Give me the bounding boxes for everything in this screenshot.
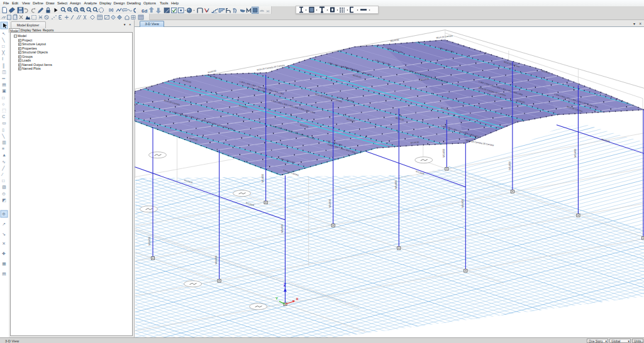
svg-text:W14X30: W14X30 (207, 69, 216, 74)
svg-text:W14X30: W14X30 (394, 180, 397, 188)
svg-text:W14X30: W14X30 (574, 148, 576, 157)
svg-text:6d: 6d (142, 8, 147, 13)
svg-text:✕: ✕ (2, 241, 6, 246)
svg-text:I: I (2, 57, 3, 61)
svg-text:○: ○ (2, 102, 4, 106)
svg-text:W14X30: W14X30 (329, 199, 331, 207)
svg-text:⊕: ⊕ (2, 212, 6, 216)
svg-text:W14X30: W14X30 (281, 224, 284, 233)
svg-text:1.0E8 1.0E8 1.0E8: 1.0E8 1.0E8 1.0E8 (182, 35, 198, 41)
svg-text:◩: ◩ (2, 198, 6, 202)
svg-text:W14X30: W14X30 (442, 148, 445, 157)
svg-text:▦: ▦ (2, 261, 6, 266)
svg-text:◫: ◫ (2, 70, 6, 74)
svg-text:╳: ╳ (1, 50, 5, 55)
svg-text:↗: ↗ (2, 222, 6, 226)
svg-text:↘: ↘ (2, 232, 6, 236)
svg-text:▧: ▧ (2, 185, 6, 189)
svg-text:≡: ≡ (2, 146, 4, 151)
svg-text:Z: Z (283, 283, 286, 287)
svg-text:Y: Y (275, 297, 277, 300)
svg-text:▣: ▣ (2, 89, 6, 93)
svg-text:W14X30: W14X30 (148, 237, 151, 246)
svg-text:▤: ▤ (2, 271, 6, 276)
svg-text:║: ║ (2, 63, 5, 69)
svg-text:W14X30: W14X30 (215, 256, 218, 264)
svg-text:W14X30: W14X30 (508, 161, 511, 170)
svg-text:▥: ▥ (2, 140, 6, 144)
svg-text:□: □ (2, 178, 4, 183)
svg-text:□: □ (2, 95, 4, 100)
svg-text:↖: ↖ (2, 31, 6, 36)
svg-text:╲: ╲ (1, 133, 5, 139)
svg-text:C: C (2, 114, 5, 119)
svg-text:□: □ (2, 44, 4, 48)
svg-text:⬚: ⬚ (2, 108, 6, 112)
svg-text:▤: ▤ (2, 82, 6, 87)
svg-text:W14-28 Cantata 28 Cantata: W14-28 Cantata 28 Cantata (465, 139, 494, 146)
svg-text:▭: ▭ (2, 121, 6, 125)
svg-text:W14-28 Cantata: W14-28 Cantata (436, 34, 452, 39)
svg-text:1.0E8 1.0E8 1.0E8 1.0E8 1.0E8: 1.0E8 1.0E8 1.0E8 1.0E8 1.0E8 1.0E8 1.0E… (189, 155, 233, 172)
svg-text:∕: ∕ (1, 172, 4, 177)
svg-text:X: X (296, 297, 298, 300)
svg-text:W14X30: W14X30 (461, 199, 464, 207)
svg-text:═: ═ (1, 76, 5, 80)
svg-text:W12Xx2: W12Xx2 (604, 112, 613, 117)
svg-text:W12X26: W12X26 (601, 138, 609, 143)
svg-text:1.0E8 1.0E8 1.0E8: 1.0E8 1.0E8 1.0E8 (191, 37, 207, 44)
svg-text:∿: ∿ (2, 160, 6, 164)
svg-text:╲: ╲ (1, 37, 5, 43)
svg-text:╱: ╱ (1, 165, 5, 171)
svg-text:✚: ✚ (2, 251, 6, 256)
svg-text:▲: ▲ (2, 153, 6, 157)
svg-text:1.0E8 1.0E8 1.0E8: 1.0E8 1.0E8 1.0E8 (312, 27, 328, 33)
svg-text:W14X30: W14X30 (390, 38, 399, 42)
svg-text:▯: ▯ (2, 128, 4, 132)
svg-text:W14X30: W14X30 (262, 173, 264, 182)
svg-text:⊙: ⊙ (2, 192, 6, 196)
